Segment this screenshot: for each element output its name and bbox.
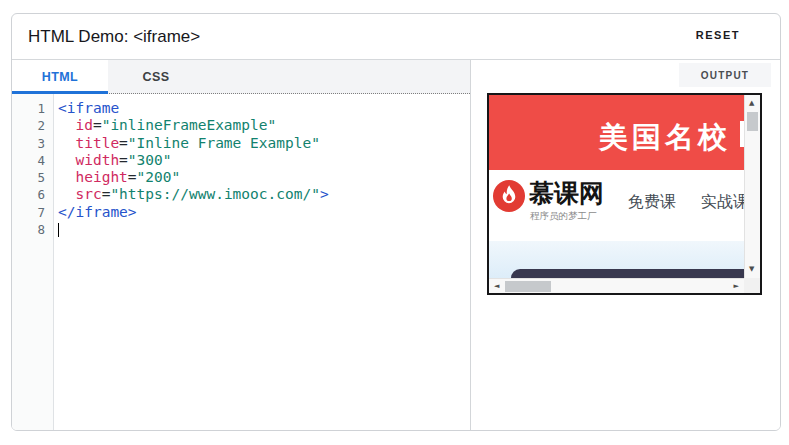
code-string-token: "300" [128, 152, 172, 168]
code-area: 1 <iframe 2 id="inlineFrameExample" 3 ti… [12, 94, 470, 239]
code-line: 3 title="Inline Frame Example" [12, 135, 470, 152]
scroll-down-icon[interactable]: ▼ [749, 266, 754, 273]
editor-tab-strip: HTML CSS [12, 60, 470, 94]
code-line: 6 src="https://www.imooc.com/"> [12, 186, 470, 203]
code-attr-token: src [58, 186, 102, 202]
site-navbar: 慕课网 程序员的梦工厂 免费课 实战课 [489, 170, 744, 241]
promo-banner-text: 美国名校 [599, 118, 731, 158]
code-line: 5 height="200" [12, 169, 470, 186]
header: HTML Demo: <iframe> RESET [12, 14, 780, 60]
code-attr-token: height [58, 169, 128, 185]
tab-css-label: CSS [143, 70, 170, 84]
output-label: OUTPUT [701, 70, 749, 81]
scrollbar-thumb-vertical[interactable] [747, 112, 758, 131]
code-punct-token: = [93, 117, 102, 133]
scroll-up-icon[interactable]: ▲ [749, 100, 754, 107]
scrollbar-thumb-horizontal[interactable] [505, 281, 551, 292]
code-attr-token: id [58, 117, 93, 133]
code-string-token: "200" [137, 169, 181, 185]
nav-link-free-courses[interactable]: 免费课 [628, 192, 676, 213]
flame-icon [493, 180, 525, 212]
code-line: 4 width="300" [12, 152, 470, 169]
iframe-demo: 美国名校 慕课网 程序员的梦工厂 免费课 实战课 [487, 93, 762, 295]
horizontal-scrollbar[interactable]: ◄ ► [489, 278, 744, 293]
code-punct-token: = [119, 135, 128, 151]
scrollbar-corner [744, 278, 760, 293]
brand-tagline: 程序员的梦工厂 [530, 210, 597, 223]
code-punct-token: = [119, 152, 128, 168]
code-tag-token: <iframe [58, 100, 119, 116]
iframe-page-content: 美国名校 慕课网 程序员的梦工厂 免费课 实战课 [489, 95, 744, 278]
laptop-image-top [511, 269, 744, 278]
imooc-logo[interactable] [493, 180, 525, 212]
tab-html-label: HTML [42, 70, 78, 84]
promo-banner[interactable]: 美国名校 [489, 95, 744, 170]
code-line: 7 </iframe> [12, 204, 470, 221]
text-cursor [58, 223, 59, 237]
tab-html[interactable]: HTML [12, 60, 108, 94]
code-editor[interactable]: 1 <iframe 2 id="inlineFrameExample" 3 ti… [12, 94, 470, 430]
code-attr-token: width [58, 152, 119, 168]
line-number: 3 [12, 135, 54, 152]
nav-link-practical-courses[interactable]: 实战课 [701, 192, 744, 213]
vertical-scrollbar[interactable]: ▲ ▼ [744, 95, 760, 278]
code-punct-token: = [128, 169, 137, 185]
code-line: 2 id="inlineFrameExample" [12, 117, 470, 134]
output-tab: OUTPUT [679, 63, 771, 87]
scroll-left-icon[interactable]: ◄ [494, 283, 499, 290]
line-number: 6 [12, 186, 54, 203]
line-number: 4 [12, 152, 54, 169]
line-number: 5 [12, 169, 54, 186]
code-string-token: "Inline Frame Example" [128, 135, 320, 151]
editor-panel: HTML CSS 1 <iframe 2 id="inlineFrame [12, 60, 471, 430]
hero-section [489, 241, 744, 278]
output-panel: OUTPUT 美国名校 慕课 [471, 60, 780, 430]
code-attr-token: title [58, 135, 119, 151]
demo-card: HTML Demo: <iframe> RESET HTML CSS 1 <if… [11, 13, 781, 431]
line-number: 8 [12, 221, 54, 239]
tab-css[interactable]: CSS [108, 60, 204, 93]
scroll-right-icon[interactable]: ► [734, 283, 739, 290]
line-number: 7 [12, 204, 54, 221]
page-title: HTML Demo: <iframe> [28, 27, 200, 47]
code-tag-token: > [320, 186, 329, 202]
code-line: 1 <iframe [12, 100, 470, 117]
code-string-token: "inlineFrameExample" [102, 117, 277, 133]
code-string-token: "https://www.imooc.com/" [110, 186, 320, 202]
line-number: 2 [12, 117, 54, 134]
brand-name[interactable]: 慕课网 [529, 177, 604, 210]
code-tag-token: </iframe> [58, 204, 137, 220]
line-number: 1 [12, 100, 54, 117]
code-line: 8 [12, 221, 470, 239]
reset-button[interactable]: RESET [696, 29, 740, 41]
